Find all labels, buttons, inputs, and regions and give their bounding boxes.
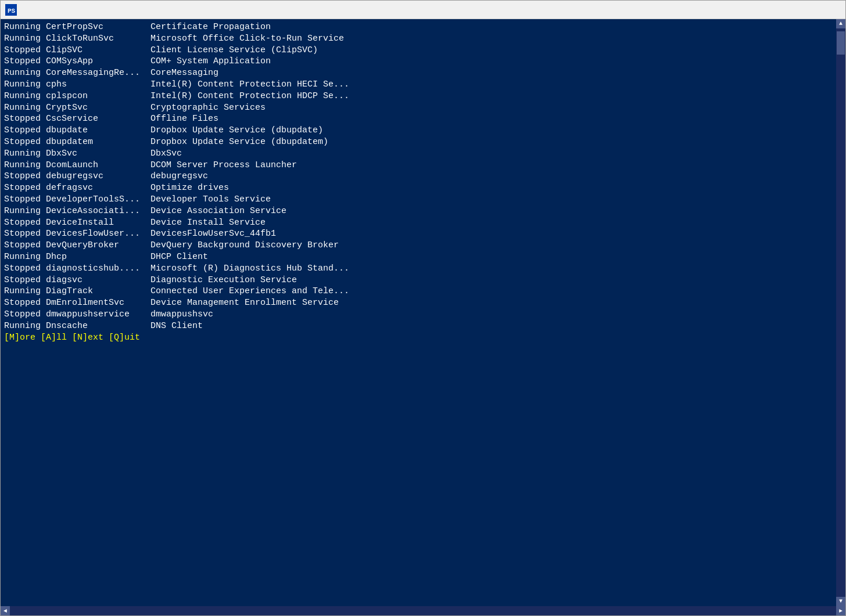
status-badge: Stopped bbox=[4, 275, 46, 285]
list-item: Stopped defragsvc Optimize drives bbox=[4, 182, 842, 194]
service-display: dmwappushsvc bbox=[150, 309, 213, 319]
service-name: COMSysApp bbox=[46, 56, 150, 66]
status-badge: Stopped bbox=[4, 183, 46, 193]
minimize-button[interactable] bbox=[761, 1, 787, 19]
service-name: DeviceInstall bbox=[46, 218, 150, 228]
service-name: CscService bbox=[46, 114, 150, 124]
list-item: Stopped DevQueryBroker DevQuery Backgrou… bbox=[4, 240, 842, 251]
list-item: Stopped dmwappushservice dmwappushsvc bbox=[4, 309, 842, 320]
service-name: CoreMessagingRe... bbox=[46, 68, 150, 78]
list-item: Stopped DeveloperToolsS... Developer Too… bbox=[4, 194, 842, 206]
status-badge: Running bbox=[4, 206, 46, 216]
service-display: Optimize drives bbox=[150, 183, 229, 193]
list-item: Stopped DmEnrollmentSvc Device Managemen… bbox=[4, 297, 842, 309]
list-item: Stopped ClipSVC Client License Service (… bbox=[4, 45, 842, 56]
window-controls bbox=[761, 1, 841, 19]
service-name: dbupdate bbox=[46, 125, 150, 135]
status-badge: Running bbox=[4, 34, 46, 44]
close-button[interactable] bbox=[814, 1, 841, 19]
service-display: DevQuery Background Discovery Broker bbox=[150, 240, 339, 250]
status-badge: Running bbox=[4, 68, 46, 78]
status-badge: Running bbox=[4, 160, 46, 170]
status-badge: Stopped bbox=[4, 309, 46, 319]
list-item: Stopped diagsvc Diagnostic Execution Ser… bbox=[4, 275, 842, 286]
list-item: Stopped dbupdatem Dropbox Update Service… bbox=[4, 136, 842, 148]
title-bar: PS bbox=[1, 1, 845, 19]
service-name: DiagTrack bbox=[46, 286, 150, 296]
list-item: Running DiagTrack Connected User Experie… bbox=[4, 286, 842, 297]
powershell-window: PS Running CertPropSvc Certificate Propa… bbox=[0, 0, 846, 616]
scroll-thumb[interactable] bbox=[837, 31, 845, 55]
service-name: defragsvc bbox=[46, 183, 150, 193]
list-item: Running cplspcon Intel(R) Content Protec… bbox=[4, 91, 842, 102]
service-display: Cryptographic Services bbox=[150, 103, 266, 113]
service-display: Intel(R) Content Protection HDCP Se... bbox=[150, 91, 349, 101]
service-display: CoreMessaging bbox=[150, 68, 218, 78]
service-name: debugregsvc bbox=[46, 171, 150, 181]
scroll-down-button[interactable]: ▼ bbox=[836, 597, 845, 606]
list-item: Stopped debugregsvc debugregsvc bbox=[4, 171, 842, 182]
prompt-line: [M]ore [A]ll [N]ext [Q]uit bbox=[4, 332, 842, 344]
status-badge: Stopped bbox=[4, 137, 46, 147]
service-display: Device Association Service bbox=[150, 206, 286, 216]
list-item: Stopped dbupdate Dropbox Update Service … bbox=[4, 125, 842, 136]
service-name: DmEnrollmentSvc bbox=[46, 298, 150, 308]
status-badge: Stopped bbox=[4, 229, 46, 239]
service-display: Dropbox Update Service (dbupdatem) bbox=[150, 137, 328, 147]
status-badge: Stopped bbox=[4, 114, 46, 124]
service-name: DeviceAssociati... bbox=[46, 206, 150, 216]
list-item: Running cphs Intel(R) Content Protection… bbox=[4, 79, 842, 91]
service-name: dmwappushservice bbox=[46, 309, 150, 319]
service-name: ClipSVC bbox=[46, 45, 150, 55]
status-badge: Stopped bbox=[4, 240, 46, 250]
status-badge: Running bbox=[4, 80, 46, 89]
service-name: cplspcon bbox=[46, 91, 150, 101]
service-display: Client License Service (ClipSVC) bbox=[150, 45, 318, 55]
service-name: CryptSvc bbox=[46, 103, 150, 113]
service-name: DcomLaunch bbox=[46, 160, 150, 170]
service-name: CertPropSvc bbox=[46, 22, 150, 32]
svg-text:PS: PS bbox=[8, 8, 16, 15]
maximize-button[interactable] bbox=[787, 1, 814, 19]
service-name: dbupdatem bbox=[46, 137, 150, 147]
service-name: Dnscache bbox=[46, 321, 150, 331]
list-item: Running Dhcp DHCP Client bbox=[4, 251, 842, 263]
service-display: Microsoft (R) Diagnostics Hub Stand... bbox=[150, 264, 349, 273]
status-badge: Running bbox=[4, 91, 46, 101]
scroll-left-button[interactable]: ◄ bbox=[1, 606, 10, 615]
list-item: Running CertPropSvc Certificate Propagat… bbox=[4, 21, 842, 33]
service-display: Offline Files bbox=[150, 114, 218, 124]
scroll-track[interactable] bbox=[836, 28, 845, 597]
horizontal-scroll-track[interactable] bbox=[10, 606, 836, 615]
service-name: DevicesFlowUser... bbox=[46, 229, 150, 239]
service-display: DevicesFlowUserSvc_44fb1 bbox=[150, 229, 276, 239]
scroll-up-button[interactable]: ▲ bbox=[836, 19, 845, 28]
scroll-right-button[interactable]: ► bbox=[836, 606, 845, 615]
vertical-scrollbar[interactable]: ▲ ▼ bbox=[836, 19, 845, 606]
service-display: Device Management Enrollment Service bbox=[150, 298, 339, 308]
list-item: Stopped CscService Offline Files bbox=[4, 113, 842, 125]
service-name: Dhcp bbox=[46, 252, 150, 262]
service-display: COM+ System Application bbox=[150, 56, 271, 66]
service-display: Connected User Experiences and Tele... bbox=[150, 286, 349, 296]
service-display: Developer Tools Service bbox=[150, 194, 271, 204]
service-name: DeveloperToolsS... bbox=[46, 194, 150, 204]
status-badge: Stopped bbox=[4, 298, 46, 308]
status-badge: Running bbox=[4, 252, 46, 262]
horizontal-scrollbar[interactable]: ◄ ► bbox=[1, 606, 845, 615]
status-badge: Running bbox=[4, 321, 46, 331]
list-item: Running ClickToRunSvc Microsoft Office C… bbox=[4, 33, 842, 45]
app-icon: PS bbox=[5, 4, 17, 16]
status-badge: Stopped bbox=[4, 194, 46, 204]
console-output: Running CertPropSvc Certificate Propagat… bbox=[4, 21, 842, 343]
service-name: cphs bbox=[46, 80, 150, 89]
status-badge: Running bbox=[4, 22, 46, 32]
status-badge: Stopped bbox=[4, 125, 46, 135]
service-display: Device Install Service bbox=[150, 218, 266, 228]
status-badge: Running bbox=[4, 149, 46, 158]
service-display: Certificate Propagation bbox=[150, 22, 271, 32]
service-display: debugregsvc bbox=[150, 171, 208, 181]
service-display: Intel(R) Content Protection HECI Se... bbox=[150, 80, 349, 89]
service-display: DbxSvc bbox=[150, 149, 182, 158]
list-item: Running Dnscache DNS Client bbox=[4, 320, 842, 332]
